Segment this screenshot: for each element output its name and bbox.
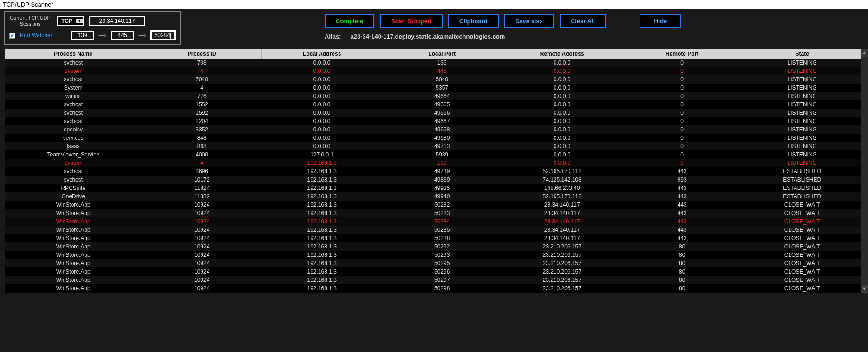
cell-pid: 848 [142, 134, 262, 142]
cell-rp: 0 [622, 84, 742, 92]
table-row[interactable]: WinStore.App10924192.168.1.35028223.34.1… [5, 201, 862, 209]
cell-lp: 50292 [382, 242, 502, 251]
cell-pid: 10924 [142, 242, 262, 251]
cell-lp: 135 [382, 59, 502, 67]
cell-la: 0.0.0.0 [262, 125, 382, 134]
cell-lp: 49839 [382, 176, 502, 184]
scan-stopped-button[interactable]: Scan Stopped [380, 14, 443, 28]
table-row[interactable]: WinStore.App10924192.168.1.35028523.34.1… [5, 226, 862, 234]
cell-lp: 5040 [382, 75, 502, 84]
col-local-port[interactable]: Local Port [382, 49, 502, 59]
table-row[interactable]: System40.0.0.053570.0.0.00LISTENING [5, 84, 862, 92]
cell-la: 0.0.0.0 [262, 109, 382, 117]
cell-pid: 4 [142, 67, 262, 75]
table-row[interactable]: lsass8680.0.0.0497130.0.0.00LISTENING [5, 142, 862, 150]
cell-lp: 50297 [382, 276, 502, 284]
table-row[interactable]: WinStore.App10924192.168.1.35029523.210.… [5, 259, 862, 267]
table-row[interactable]: TeamViewer_Service4000127.0.0.159390.0.0… [5, 150, 862, 159]
table-row[interactable]: System4192.168.1.31390.0.0.00LISTENING [5, 159, 862, 167]
cell-ra: 23.34.140.117 [502, 201, 622, 209]
table-row[interactable]: WinStore.App10924192.168.1.35029323.210.… [5, 251, 862, 259]
cell-pid: 4 [142, 159, 262, 167]
cell-lp: 49680 [382, 134, 502, 142]
action-buttons: Complete Scan Stopped Clipboard Save xls… [325, 14, 864, 28]
cell-rp: 443 [622, 167, 742, 176]
cell-proc: WinStore.App [5, 251, 142, 259]
cell-st: CLOSE_WAIT [742, 234, 862, 242]
cell-ra: 0.0.0.0 [502, 134, 622, 142]
col-state[interactable]: State [742, 49, 862, 59]
chevron-down-icon: ▾ [76, 19, 83, 23]
cell-proc: WinStore.App [5, 201, 142, 209]
cell-ra: 0.0.0.0 [502, 150, 622, 159]
port-watcher-checkbox[interactable]: ✔ [9, 33, 15, 39]
cell-pid: 10924 [142, 251, 262, 259]
cell-pid: 2204 [142, 117, 262, 125]
cell-lp: 50295 [382, 259, 502, 267]
table-row[interactable]: System40.0.0.04450.0.0.00LISTENING [5, 67, 862, 75]
table-row[interactable]: RPCSuite11824192.168.1.349935148.66.233.… [5, 184, 862, 192]
table-row[interactable]: svchost7080.0.0.01350.0.0.00LISTENING [5, 59, 862, 67]
table-row[interactable]: spoolsv33520.0.0.0496680.0.0.00LISTENING [5, 125, 862, 134]
cell-st: LISTENING [742, 75, 862, 84]
cell-st: LISTENING [742, 150, 862, 159]
table-row[interactable]: svchost15520.0.0.0496650.0.0.00LISTENING [5, 100, 862, 109]
table-row[interactable]: WinStore.App10924192.168.1.35029823.210.… [5, 284, 862, 293]
table-row[interactable]: OneDrive11332192.168.1.34994052.165.170.… [5, 192, 862, 201]
cell-proc: WinStore.App [5, 234, 142, 242]
toolbar: Current TCP/UDP Sessions TCP ▾ 23.34.140… [0, 9, 868, 46]
table-row[interactable]: svchost15920.0.0.0496660.0.0.00LISTENING [5, 109, 862, 117]
port-b-field[interactable]: 445 [111, 31, 134, 40]
cell-ra: 23.210.206.157 [502, 242, 622, 251]
table-header-row[interactable]: Process Name Process ID Local Address Lo… [5, 49, 862, 59]
arrow-icon: —› [99, 32, 106, 39]
table-row[interactable]: WinStore.App10924192.168.1.35029623.210.… [5, 267, 862, 276]
table-row[interactable]: WinStore.App10924192.168.1.35028823.34.1… [5, 234, 862, 242]
clear-all-button[interactable]: Clear All [560, 14, 606, 28]
col-remote-port[interactable]: Remote Port [622, 49, 742, 59]
table-row[interactable]: svchost22040.0.0.0496670.0.0.00LISTENING [5, 117, 862, 125]
cell-pid: 7040 [142, 75, 262, 84]
cell-lp: 50298 [382, 284, 502, 293]
alias-label: Alias: [325, 33, 341, 40]
protocol-select[interactable]: TCP ▾ [57, 18, 84, 24]
cell-pid: 868 [142, 142, 262, 150]
col-process-id[interactable]: Process ID [142, 49, 262, 59]
table-row[interactable]: services8480.0.0.0496800.0.0.00LISTENING [5, 134, 862, 142]
vertical-scrollbar[interactable]: ▲ ▼ [861, 49, 868, 293]
cell-la: 192.168.1.3 [262, 251, 382, 259]
save-xlsx-button[interactable]: Save xlsx [504, 14, 554, 28]
col-local-address[interactable]: Local Address [262, 49, 382, 59]
target-ip-field[interactable]: 23.34.140.117 [89, 16, 145, 26]
hide-button[interactable]: Hide [640, 14, 681, 28]
cell-la: 0.0.0.0 [262, 142, 382, 150]
table-row[interactable]: wininit7760.0.0.0496640.0.0.00LISTENING [5, 92, 862, 100]
cell-pid: 708 [142, 59, 262, 67]
table-row[interactable]: svchost10172192.168.1.34983974.125.142.1… [5, 176, 862, 184]
cell-ra: 23.34.140.117 [502, 226, 622, 234]
cell-lp: 50288 [382, 234, 502, 242]
col-remote-address[interactable]: Remote Address [502, 49, 622, 59]
cell-pid: 10924 [142, 259, 262, 267]
table-row[interactable]: WinStore.App10924192.168.1.35028323.34.1… [5, 209, 862, 217]
table-row[interactable]: WinStore.App10924192.168.1.35029223.210.… [5, 242, 862, 251]
table-row[interactable]: svchost70400.0.0.050400.0.0.00LISTENING [5, 75, 862, 84]
clipboard-button[interactable]: Clipboard [448, 14, 499, 28]
port-c-field[interactable]: 50284| [151, 31, 176, 40]
scroll-up-icon[interactable]: ▲ [861, 49, 868, 57]
scroll-down-icon[interactable]: ▼ [861, 285, 868, 293]
cell-ra: 23.210.206.157 [502, 259, 622, 267]
cell-pid: 4 [142, 84, 262, 92]
cell-proc: services [5, 134, 142, 142]
cell-st: CLOSE_WAIT [742, 267, 862, 276]
connections-table[interactable]: Process Name Process ID Local Address Lo… [5, 49, 862, 293]
col-process-name[interactable]: Process Name [5, 49, 142, 59]
table-row[interactable]: svchost3696192.168.1.34973952.165.170.11… [5, 167, 862, 176]
complete-button[interactable]: Complete [325, 14, 374, 28]
table-row[interactable]: WinStore.App10924192.168.1.35029723.210.… [5, 276, 862, 284]
table-row[interactable]: WinStore.App10924192.168.1.35028423.34.1… [5, 217, 862, 226]
cell-lp: 50285 [382, 226, 502, 234]
port-a-field[interactable]: 139 [71, 31, 94, 40]
cell-st: CLOSE_WAIT [742, 209, 862, 217]
cell-la: 0.0.0.0 [262, 84, 382, 92]
